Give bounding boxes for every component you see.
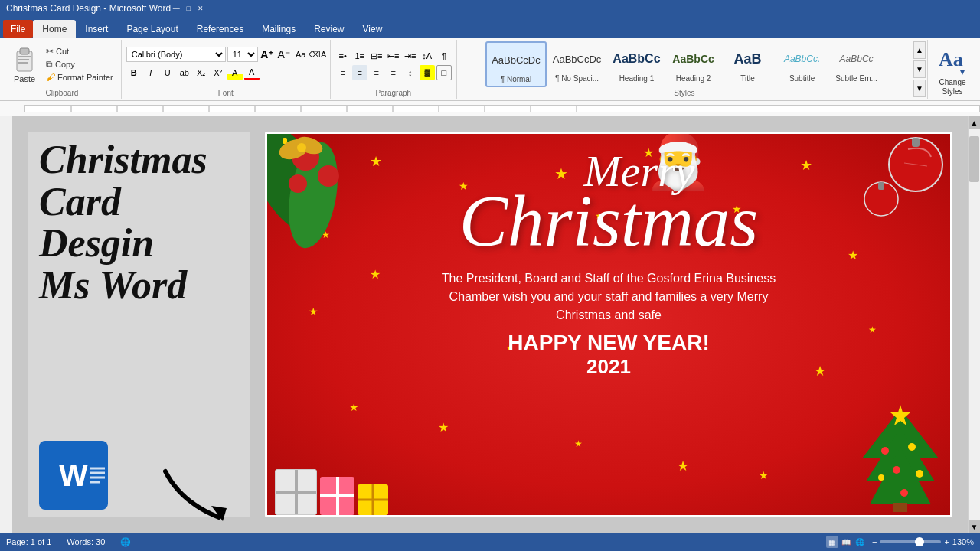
full-reading-button[interactable]: 📖 bbox=[840, 536, 852, 548]
style-heading2[interactable]: AaBbCc Heading 2 bbox=[667, 41, 720, 87]
scroll-down-button[interactable]: ▼ bbox=[969, 520, 981, 533]
body-text: The President, Board and Staff of the Go… bbox=[442, 269, 776, 324]
svg-text:Aa: Aa bbox=[939, 48, 963, 70]
style-no-spacing[interactable]: AaBbCcDc ¶ No Spaci... bbox=[547, 41, 607, 87]
window-controls: — □ ✕ bbox=[171, 3, 206, 14]
change-case-button[interactable]: Aa bbox=[293, 47, 309, 62]
style-no-spacing-preview: AaBbCcDc bbox=[553, 44, 602, 74]
scroll-thumb[interactable] bbox=[969, 136, 979, 182]
zoom-minus[interactable]: − bbox=[872, 537, 877, 546]
increase-indent-button[interactable]: ⇥≡ bbox=[403, 48, 418, 64]
zoom-slider[interactable] bbox=[880, 540, 941, 543]
superscript-button[interactable]: X² bbox=[211, 65, 226, 80]
styles-scroll-up[interactable]: ▲ bbox=[913, 41, 926, 59]
paragraph-group-label: Paragraph bbox=[375, 87, 411, 97]
show-formatting-button[interactable]: ¶ bbox=[436, 48, 452, 64]
ruler bbox=[0, 101, 980, 116]
svg-point-42 bbox=[893, 466, 900, 474]
tab-view[interactable]: View bbox=[354, 20, 392, 38]
close-button[interactable]: ✕ bbox=[195, 3, 206, 14]
svg-rect-39 bbox=[893, 503, 907, 512]
justify-button[interactable]: ≡ bbox=[386, 65, 401, 80]
paste-icon bbox=[12, 45, 37, 74]
style-subtitle-label: Subtitle bbox=[789, 74, 815, 83]
multilevel-button[interactable]: ⊟≡ bbox=[369, 48, 384, 64]
vertical-ruler-markings bbox=[0, 116, 12, 533]
align-center-button[interactable]: ≡ bbox=[352, 65, 368, 80]
bold-button[interactable]: B bbox=[126, 65, 142, 80]
ribbon-content: Paste ✂ Cut ⧉ Copy 🖌 Format Painter bbox=[0, 38, 980, 101]
styles-more[interactable]: ▼ bbox=[913, 80, 926, 97]
annotation-line1: Christmas bbox=[39, 138, 207, 181]
bullets-button[interactable]: ≡• bbox=[335, 48, 351, 64]
tab-page-layout[interactable]: Page Layout bbox=[117, 20, 187, 38]
format-painter-button[interactable]: 🖌 Format Painter bbox=[43, 71, 116, 83]
gift-box-1 bbox=[275, 469, 317, 515]
annotation-line3: Desgin bbox=[39, 221, 154, 265]
tab-insert[interactable]: Insert bbox=[76, 20, 117, 38]
christmas-text: Christmas bbox=[459, 181, 759, 262]
style-normal[interactable]: AaBbCcDc ¶ Normal bbox=[485, 41, 547, 87]
arrow-decoration bbox=[158, 464, 234, 525]
font-color-button[interactable]: A bbox=[244, 65, 260, 80]
print-layout-button[interactable]: ▦ bbox=[826, 536, 838, 548]
grow-font-button[interactable]: A⁺ bbox=[260, 47, 275, 62]
font-row-2: B I U ab X₂ X² A A bbox=[126, 65, 325, 80]
vertical-scrollbar[interactable]: ▲ ▼ bbox=[968, 116, 980, 533]
strikethrough-button[interactable]: ab bbox=[177, 65, 192, 80]
font-size-select[interactable]: 11 bbox=[227, 47, 258, 62]
underline-button[interactable]: U bbox=[160, 65, 175, 80]
sort-button[interactable]: ↕A bbox=[420, 48, 435, 64]
align-left-button[interactable]: ≡ bbox=[335, 65, 351, 80]
shrink-font-button[interactable]: A⁻ bbox=[276, 47, 292, 62]
style-normal-preview: AaBbCcDc bbox=[492, 44, 541, 75]
tab-references[interactable]: References bbox=[188, 20, 253, 38]
copy-button[interactable]: ⧉ Copy bbox=[43, 58, 116, 70]
line-spacing-button[interactable]: ↕ bbox=[403, 65, 418, 80]
svg-rect-2 bbox=[18, 56, 31, 57]
gift-box-2 bbox=[320, 477, 354, 515]
title-bar-title: Christmas Card Design - Microsoft Word bbox=[6, 3, 171, 14]
tab-file[interactable]: File bbox=[3, 20, 33, 38]
scroll-track[interactable] bbox=[969, 129, 980, 520]
subscript-button[interactable]: X₂ bbox=[194, 65, 209, 80]
font-name-select[interactable]: Calibri (Body) bbox=[126, 47, 226, 62]
tab-mailings[interactable]: Mailings bbox=[253, 20, 305, 38]
format-painter-label: Format Painter bbox=[57, 73, 113, 82]
svg-rect-4 bbox=[18, 62, 28, 64]
christmas-container: Christmas bbox=[459, 185, 759, 258]
borders-button[interactable]: □ bbox=[436, 65, 452, 80]
christmas-card[interactable]: ★ ★ ★ ★ ★ ★ ★ ★ ★ ★ ★ ★ ★ ★ ★ ★ ★ ★ ★ bbox=[265, 132, 952, 517]
styles-scroll-down[interactable]: ▼ bbox=[913, 60, 926, 78]
status-bar: Page: 1 of 1 Words: 30 🌐 ▦ 📖 🌐 − + 130% bbox=[0, 533, 980, 551]
style-heading1[interactable]: AaBbCc Heading 1 bbox=[607, 41, 665, 87]
style-subtitle[interactable]: AaBbCc. Subtitle bbox=[776, 41, 829, 87]
italic-button[interactable]: I bbox=[143, 65, 158, 80]
style-subtle-em-label: Subtle Em... bbox=[835, 74, 877, 83]
styles-scroll-controls: ▲ ▼ ▼ bbox=[912, 40, 927, 99]
svg-rect-3 bbox=[18, 59, 29, 60]
scroll-up-button[interactable]: ▲ bbox=[969, 116, 981, 129]
change-styles-button[interactable]: Aa ChangeStyles bbox=[933, 41, 972, 99]
maximize-button[interactable]: □ bbox=[183, 3, 194, 14]
decrease-indent-button[interactable]: ⇤≡ bbox=[386, 48, 401, 64]
paste-button[interactable]: Paste bbox=[8, 44, 41, 85]
cut-label: Cut bbox=[56, 47, 69, 56]
style-subtle-em[interactable]: AaBbCc Subtle Em... bbox=[830, 41, 884, 87]
numbering-button[interactable]: 1≡ bbox=[352, 48, 368, 64]
language-icon: 🌐 bbox=[120, 537, 131, 547]
gift-boxes bbox=[275, 469, 388, 515]
minimize-button[interactable]: — bbox=[171, 3, 181, 14]
align-right-button[interactable]: ≡ bbox=[369, 65, 384, 80]
zoom-thumb[interactable] bbox=[915, 537, 924, 546]
tab-home[interactable]: Home bbox=[33, 20, 76, 38]
style-title[interactable]: AaB Title bbox=[721, 41, 775, 87]
font-group-label: Font bbox=[218, 87, 234, 97]
clear-format-button[interactable]: ⌫A bbox=[310, 47, 325, 62]
zoom-plus[interactable]: + bbox=[944, 537, 949, 546]
tab-review[interactable]: Review bbox=[305, 20, 353, 38]
shading-button[interactable]: ▓ bbox=[420, 65, 435, 80]
text-highlight-button[interactable]: A bbox=[227, 65, 243, 80]
cut-button[interactable]: ✂ Cut bbox=[43, 45, 116, 57]
web-layout-button[interactable]: 🌐 bbox=[854, 536, 866, 548]
